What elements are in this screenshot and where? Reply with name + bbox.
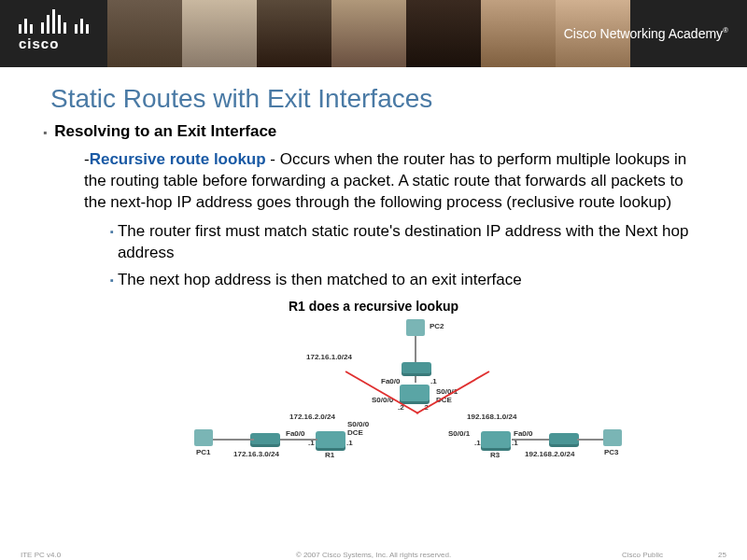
switch-icon (402, 362, 431, 373)
subbullet-2-text: The next hop address is then matched to … (118, 270, 522, 291)
cisco-bars-icon (19, 9, 89, 34)
network-diagram: PC2 172.16.1.0/24 Fa0/0 .1 S0/0/1 DCE S0… (168, 319, 579, 469)
square-bullet-icon: ▪ (110, 270, 114, 291)
subsection-heading: Resolving to an Exit Interface (54, 121, 276, 144)
cisco-wordmark: cisco (19, 35, 89, 51)
router-r2-icon (400, 385, 430, 401)
router-r1-icon (316, 431, 345, 448)
r3-label: R3 (490, 451, 500, 459)
wire (213, 439, 254, 441)
net-label: 172.16.1.0/24 (306, 353, 352, 361)
square-bullet-icon: ▪ (43, 121, 47, 144)
if-label: Fa0/0 (286, 429, 304, 438)
dot-label: .1 (430, 377, 437, 385)
academy-brand: Cisco Networking Academy® (564, 26, 728, 41)
pc2-icon (406, 319, 425, 336)
net-label: 192.168.2.0/24 (525, 450, 574, 458)
pc3-icon (603, 429, 622, 446)
net-label: 172.16.3.0/24 (233, 450, 279, 458)
router-r3-icon (481, 431, 511, 448)
dot-label: .1 (346, 439, 353, 447)
paragraph-1: -Recursive route lookup - Occurs when th… (84, 149, 704, 214)
subbullet-1-text: The router first must match static route… (118, 221, 704, 264)
pc1-icon (194, 429, 213, 446)
heading-bullet: ▪ Resolving to an Exit Interface (43, 121, 704, 144)
academy-suffix: Academy (666, 26, 723, 41)
square-bullet-icon: ▪ (110, 221, 114, 264)
switch-icon (250, 433, 280, 444)
pc3-label: PC3 (604, 448, 619, 456)
net-label: 172.16.2.0/24 (289, 413, 335, 421)
decorative-faces (107, 0, 630, 67)
if-label: Fa0/0 (514, 429, 532, 438)
wire (415, 336, 416, 383)
switch-icon (549, 433, 579, 444)
pc1-label: PC1 (196, 448, 211, 456)
diagram-title: R1 does a recursive lookup (0, 299, 747, 314)
wire (577, 439, 605, 441)
subbullet-2: ▪ The next hop address is then matched t… (110, 270, 704, 291)
subbullet-1: ▪ The router first must match static rou… (110, 221, 704, 264)
academy-mid: Networking (600, 26, 666, 41)
pc2-label: PC2 (430, 322, 444, 330)
footer-classification: Cisco Public (622, 551, 663, 559)
if-label: S0/0/0 DCE (347, 420, 369, 437)
slide-title: Static Routes with Exit Interfaces (50, 84, 747, 114)
term-highlight: Recursive route lookup (90, 150, 266, 168)
dot-label: .1 (474, 439, 481, 447)
r1-label: R1 (325, 451, 334, 459)
cisco-logo: cisco (19, 9, 89, 51)
page-number: 25 (718, 551, 726, 559)
header-banner: cisco Cisco Networking Academy® (0, 0, 747, 67)
net-label: 192.168.1.0/24 (467, 413, 516, 421)
academy-prefix: Cisco (564, 26, 600, 41)
slide-content: ▪ Resolving to an Exit Interface -Recurs… (0, 121, 747, 291)
trademark-icon: ® (723, 26, 728, 35)
if-label: S0/0/1 (448, 429, 470, 438)
if-label: Fa0/0 (381, 377, 400, 385)
